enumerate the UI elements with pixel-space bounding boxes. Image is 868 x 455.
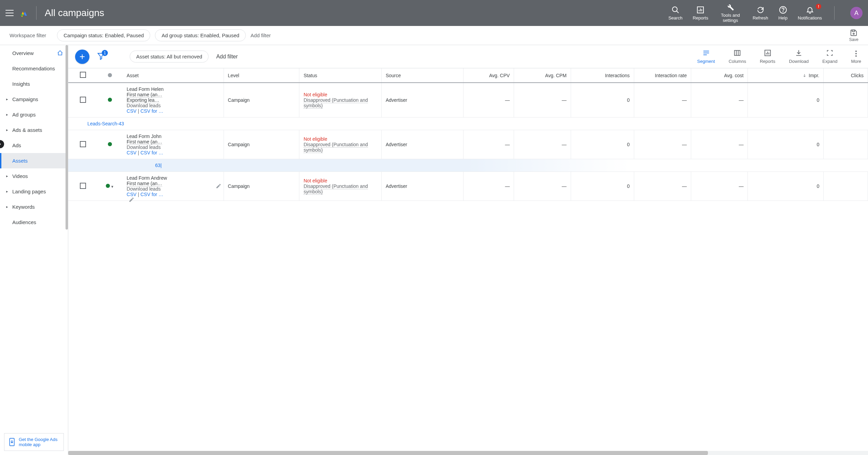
add-filter-button[interactable]: Add filter — [251, 32, 271, 38]
sidebar-item-keywords[interactable]: Keywords — [0, 199, 68, 215]
source-cell: Advertiser — [381, 172, 463, 201]
filter-chip-campaign-status[interactable]: Campaign status: Enabled, Paused — [57, 29, 150, 41]
sidebar-item-videos[interactable]: Videos — [0, 168, 68, 184]
notifications-button[interactable]: ! Notifications — [798, 6, 822, 20]
asset-status-filter-chip[interactable]: Asset status: All but removed — [130, 51, 209, 63]
more-icon — [855, 49, 857, 57]
tools-button[interactable]: Tools and settings — [718, 3, 742, 23]
sidebar-scrollbar[interactable] — [66, 45, 68, 230]
reports-tool-label: Reports — [760, 59, 775, 64]
row-status-dot[interactable] — [97, 130, 123, 159]
col-interaction-rate[interactable]: Interaction rate — [634, 68, 691, 83]
edit-icon[interactable] — [129, 197, 134, 203]
row-checkbox[interactable] — [68, 83, 97, 118]
row-checkbox[interactable] — [68, 172, 97, 201]
csv-link[interactable]: CSV — [127, 150, 137, 155]
impr-label: Impr. — [809, 73, 819, 78]
col-impr[interactable]: Impr. — [748, 68, 824, 83]
row-checkbox[interactable] — [68, 130, 97, 159]
sidebar-item-assets[interactable]: Assets — [0, 153, 68, 168]
google-ads-logo[interactable] — [20, 9, 28, 17]
segment-button[interactable]: Segment — [697, 49, 715, 64]
sidebar-item-adgroups[interactable]: Ad groups — [0, 107, 68, 122]
csv-for-link[interactable]: CSV for … — [141, 192, 163, 197]
reports-tool-button[interactable]: Reports — [760, 49, 775, 64]
sidebar-item-insights[interactable]: Insights — [0, 76, 68, 92]
avatar[interactable]: A — [850, 7, 863, 19]
interactions-cell: 0 — [571, 172, 634, 201]
reports-button[interactable]: Reports — [693, 6, 708, 20]
save-button[interactable]: Save — [849, 29, 858, 42]
sidebar-label: Insights — [12, 81, 30, 87]
csv-for-link[interactable]: CSV for … — [141, 108, 163, 114]
help-label: Help — [778, 15, 787, 20]
edit-icon[interactable] — [216, 183, 221, 189]
sidebar-item-audiences[interactable]: Audiences — [0, 215, 68, 230]
sidebar-label: Audiences — [12, 219, 36, 225]
search-button[interactable]: Search — [668, 6, 682, 20]
sidebar-item-landing-pages[interactable]: Landing pages — [0, 184, 68, 199]
sidebar-item-ads-assets[interactable]: Ads & assets — [0, 122, 68, 138]
table-row: Lead Form JohnFirst name (an…Download le… — [68, 130, 868, 159]
level-cell: Campaign — [224, 130, 299, 159]
col-avg-cost[interactable]: Avg. cost — [691, 68, 748, 83]
segment-label: Segment — [697, 59, 715, 64]
sidebar-inner: Overview Recommendations Insights Campai… — [0, 45, 68, 433]
sidebar-item-ads[interactable]: Ads — [0, 138, 68, 153]
mobile-download-icon — [9, 438, 15, 446]
scroll-thumb[interactable] — [68, 451, 708, 455]
sidebar-item-campaigns[interactable]: Campaigns — [0, 92, 68, 107]
columns-button[interactable]: Columns — [729, 49, 746, 64]
sidebar-label: Landing pages — [12, 189, 46, 194]
col-interactions[interactable]: Interactions — [571, 68, 634, 83]
group-row[interactable]: Leads-Search-43 — [68, 118, 868, 130]
row-status-dot[interactable] — [97, 83, 123, 118]
more-button[interactable]: More — [851, 49, 861, 64]
interactions-cell: 0 — [571, 83, 634, 118]
download-button[interactable]: Download — [789, 49, 809, 64]
table-row: ▼Lead Form AndrewFirst name (an…Download… — [68, 172, 868, 201]
mobile-app-promo[interactable]: Get the Google Ads mobile app — [4, 433, 64, 451]
avg-cost-cell: — — [691, 83, 748, 118]
group-row[interactable]: ████████████████████63| — [68, 159, 868, 172]
sidebar-item-overview[interactable]: Overview — [0, 45, 68, 61]
clicks-cell — [824, 172, 868, 201]
expand-button[interactable]: Expand — [822, 49, 837, 64]
col-clicks[interactable]: Clicks — [824, 68, 868, 83]
assets-table-wrap[interactable]: Asset Level Status Source Avg. CPV Avg. … — [68, 68, 868, 451]
row-status-dot[interactable]: ▼ — [97, 172, 123, 201]
col-status[interactable]: Status — [299, 68, 381, 83]
filter-chip-adgroup-status[interactable]: Ad group status: Enabled, Paused — [155, 29, 246, 41]
csv-link[interactable]: CSV — [127, 108, 137, 114]
col-asset[interactable]: Asset — [123, 68, 224, 83]
add-asset-button[interactable]: + — [75, 50, 89, 64]
svg-point-0 — [21, 14, 23, 16]
avg-cpm-cell: — — [514, 83, 571, 118]
sidebar-label: Overview — [12, 50, 34, 56]
avg-cpv-cell: — — [464, 172, 514, 201]
sidebar-item-recommendations[interactable]: Recommendations — [0, 61, 68, 76]
reports-label: Reports — [693, 15, 708, 20]
csv-link[interactable]: CSV — [127, 192, 137, 197]
status-dot-header[interactable] — [97, 68, 123, 83]
table-header-row: Asset Level Status Source Avg. CPV Avg. … — [68, 68, 868, 83]
col-avg-cpm[interactable]: Avg. CPM — [514, 68, 571, 83]
filter-icon-button[interactable]: 1 — [97, 52, 105, 61]
refresh-button[interactable]: Refresh — [753, 6, 768, 20]
col-level[interactable]: Level — [224, 68, 299, 83]
svg-rect-17 — [735, 51, 740, 56]
sidebar-label: Assets — [12, 158, 28, 164]
add-filter-toolbar[interactable]: Add filter — [216, 54, 238, 60]
asset-cell: Lead Form JohnFirst name (an…Download le… — [123, 130, 224, 159]
svg-rect-9 — [852, 30, 855, 31]
horizontal-scrollbar[interactable] — [68, 451, 868, 455]
col-avg-cpv[interactable]: Avg. CPV — [464, 68, 514, 83]
help-button[interactable]: Help — [778, 6, 787, 20]
col-source[interactable]: Source — [381, 68, 463, 83]
csv-for-link[interactable]: CSV for … — [141, 150, 163, 155]
columns-label: Columns — [729, 59, 746, 64]
menu-icon[interactable] — [5, 9, 14, 17]
impr-cell: 0 — [748, 83, 824, 118]
select-all-header[interactable] — [68, 68, 97, 83]
main-area: Overview Recommendations Insights Campai… — [0, 45, 868, 455]
